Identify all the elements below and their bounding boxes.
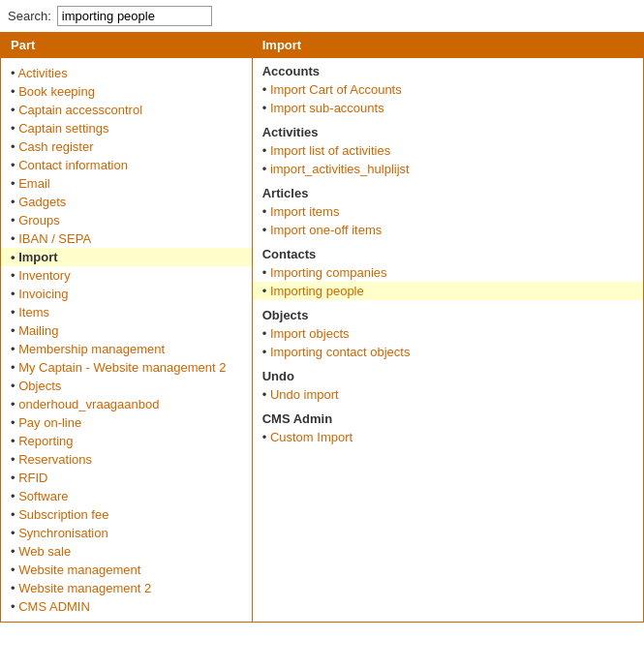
sidebar-item[interactable]: • Reporting	[11, 432, 242, 450]
import-link[interactable]: Importing contact objects	[270, 345, 411, 359]
import-item[interactable]: • Custom Import	[262, 428, 633, 446]
sidebar-item[interactable]: • Groups	[11, 211, 242, 229]
nav-item-link[interactable]: Book keeping	[18, 84, 95, 99]
nav-item-link[interactable]: Inventory	[18, 268, 70, 283]
import-link[interactable]: Custom Import	[270, 430, 353, 444]
sidebar-item[interactable]: • IBAN / SEPA	[11, 229, 242, 248]
sidebar-item[interactable]: • RFID	[11, 469, 242, 487]
import-item[interactable]: • Importing people	[253, 282, 643, 300]
sidebar-item[interactable]: • CMS ADMIN	[11, 597, 242, 616]
section-header: CMS Admin	[262, 411, 633, 426]
nav-item-link[interactable]: My Captain - Website management 2	[18, 360, 226, 375]
sidebar-item[interactable]: • Reservations	[11, 450, 242, 469]
import-link[interactable]: Import items	[270, 204, 340, 219]
nav-item-link[interactable]: Pay on-line	[18, 415, 81, 430]
import-item[interactable]: • Import one-off items	[262, 221, 633, 239]
sidebar-item[interactable]: • Inventory	[11, 266, 242, 285]
sidebar-item[interactable]: • onderhoud_vraagaanbod	[11, 395, 242, 413]
sidebar-item[interactable]: • Contact information	[11, 156, 242, 174]
import-item[interactable]: • Importing companies	[262, 263, 633, 282]
nav-item-link[interactable]: Captain settings	[18, 121, 108, 136]
sidebar-item[interactable]: • Website management 2	[11, 579, 242, 597]
sidebar-item[interactable]: • Mailing	[11, 321, 242, 340]
import-link[interactable]: Import sub-accounts	[270, 101, 384, 115]
sidebar-item[interactable]: • Email	[11, 174, 242, 193]
nav-item-link[interactable]: Reporting	[18, 434, 73, 448]
sidebar-item[interactable]: • Activities	[11, 64, 242, 82]
sidebar-item[interactable]: • Synchronisation	[11, 524, 242, 542]
section-header: Accounts	[262, 64, 633, 78]
left-column: • Activities• Book keeping• Captain acce…	[1, 58, 253, 623]
sidebar-item[interactable]: • Invoicing	[11, 285, 242, 303]
nav-item-label: Import	[18, 250, 57, 264]
nav-item-link[interactable]: Objects	[18, 379, 61, 393]
import-link[interactable]: Import one-off items	[270, 223, 382, 237]
nav-item-link[interactable]: Synchronisation	[18, 526, 108, 540]
sidebar-item[interactable]: • Membership management	[11, 340, 242, 358]
sidebar-item[interactable]: • Software	[11, 487, 242, 505]
nav-item-link[interactable]: Invoicing	[18, 287, 68, 301]
nav-item-link[interactable]: RFID	[18, 471, 47, 485]
import-link[interactable]: Importing companies	[270, 265, 387, 280]
col1-header: Part	[1, 33, 253, 58]
nav-item-link[interactable]: Website management 2	[18, 581, 151, 595]
sidebar-item[interactable]: • Subscription fee	[11, 505, 242, 524]
section-header: Objects	[262, 308, 633, 322]
sidebar-item[interactable]: • Import	[1, 248, 252, 266]
import-item[interactable]: • Import list of activities	[262, 141, 633, 160]
nav-item-link[interactable]: Contact information	[18, 158, 128, 172]
import-link[interactable]: Importing people	[270, 284, 364, 298]
import-link[interactable]: import_activities_hulplijst	[270, 162, 410, 176]
nav-item-link[interactable]: Activities	[17, 66, 67, 80]
nav-item-link[interactable]: CMS ADMIN	[18, 599, 90, 614]
nav-item-link[interactable]: Cash register	[18, 139, 93, 154]
section-header: Contacts	[262, 247, 633, 261]
nav-item-link[interactable]: Reservations	[18, 452, 92, 467]
nav-item-link[interactable]: Mailing	[18, 323, 58, 338]
import-link[interactable]: Import list of activities	[270, 143, 390, 158]
search-input[interactable]	[57, 6, 212, 26]
nav-item-link[interactable]: Groups	[18, 213, 60, 228]
sidebar-item[interactable]: • Pay on-line	[11, 413, 242, 432]
sidebar-item[interactable]: • Gadgets	[11, 193, 242, 211]
import-item[interactable]: • Import objects	[262, 324, 633, 343]
sidebar-item[interactable]: • Items	[11, 303, 242, 321]
nav-item-link[interactable]: Email	[18, 176, 50, 191]
sidebar-item[interactable]: • Website management	[11, 561, 242, 579]
nav-item-link[interactable]: onderhoud_vraagaanbod	[18, 397, 159, 411]
nav-item-link[interactable]: Gadgets	[18, 195, 66, 209]
nav-item-link[interactable]: Items	[18, 305, 49, 319]
import-item[interactable]: • Import sub-accounts	[262, 99, 633, 117]
sidebar-item[interactable]: • My Captain - Website management 2	[11, 358, 242, 377]
import-item[interactable]: • import_activities_hulplijst	[262, 160, 633, 178]
search-label: Search:	[8, 9, 51, 23]
section-header: Articles	[262, 186, 633, 200]
sidebar-item[interactable]: • Web sale	[11, 542, 242, 561]
section-header: Undo	[262, 369, 633, 383]
nav-item-link[interactable]: IBAN / SEPA	[18, 231, 91, 246]
sidebar-item[interactable]: • Book keeping	[11, 82, 242, 101]
nav-item-link[interactable]: Membership management	[18, 342, 165, 356]
import-item[interactable]: • Import Cart of Accounts	[262, 80, 633, 99]
nav-item-link[interactable]: Software	[18, 489, 68, 503]
import-item[interactable]: • Import items	[262, 202, 633, 221]
import-item[interactable]: • Undo import	[262, 385, 633, 404]
col2-header: Import	[252, 33, 643, 58]
import-link[interactable]: Import objects	[270, 326, 350, 341]
nav-item-link[interactable]: Subscription fee	[18, 507, 108, 522]
import-link[interactable]: Import Cart of Accounts	[270, 82, 402, 97]
import-item[interactable]: • Importing contact objects	[262, 343, 633, 361]
nav-item-link[interactable]: Web sale	[18, 544, 71, 559]
right-column: Accounts• Import Cart of Accounts• Impor…	[252, 58, 643, 623]
nav-item-link[interactable]: Captain accesscontrol	[18, 103, 142, 117]
sidebar-item[interactable]: • Captain accesscontrol	[11, 101, 242, 119]
sidebar-item[interactable]: • Captain settings	[11, 119, 242, 137]
import-link[interactable]: Undo import	[270, 387, 339, 402]
nav-item-link[interactable]: Website management	[18, 563, 140, 577]
sidebar-item[interactable]: • Cash register	[11, 137, 242, 156]
section-header: Activities	[262, 125, 633, 139]
sidebar-item[interactable]: • Objects	[11, 377, 242, 395]
